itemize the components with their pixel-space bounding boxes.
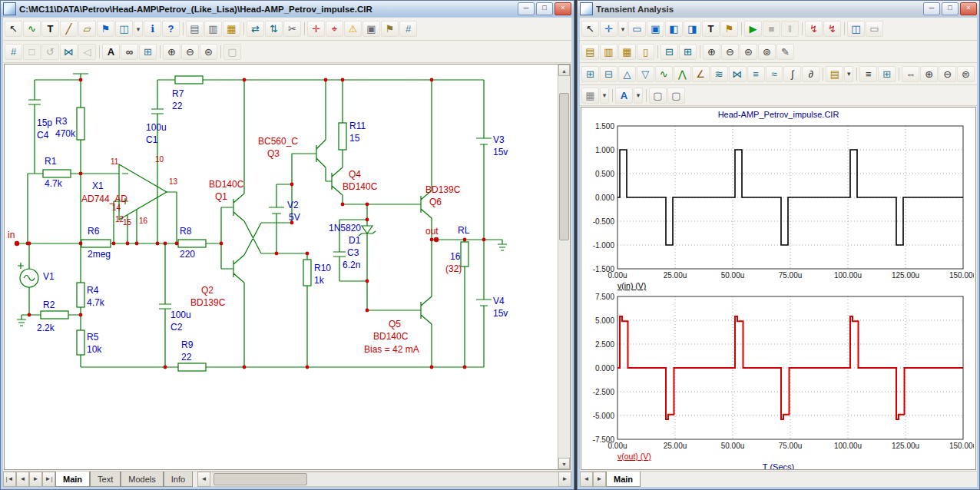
vertical-scroll-thumb[interactable] [559,93,569,240]
tab-arrow[interactable]: |◄ [3,472,16,487]
flip-vertical-icon[interactable]: ⇅ [265,21,283,37]
close-button[interactable]: × [960,2,977,15]
cursor-mode-icon[interactable]: ✛ [600,21,617,37]
zener-diode-symbol[interactable] [362,226,372,233]
panel-toggle-icon[interactable]: ◫ [847,21,865,37]
tab-arrow[interactable]: ► [29,472,42,487]
fft-tool-icon[interactable]: ≋ [710,66,728,82]
zoom-in-icon[interactable]: ⊕ [703,44,720,60]
text-mode-icon[interactable]: T [41,21,59,37]
copy-graph-icon[interactable]: ▢ [649,88,667,104]
peak-marker-icon[interactable]: △ [618,66,636,82]
cell-grid-icon[interactable]: ▦ [581,88,599,104]
zoom-out-icon[interactable]: ⊖ [721,44,739,60]
waveform-sine-icon[interactable]: ∿ [655,66,673,82]
mirror-tool-icon[interactable]: ⋈ [60,44,78,60]
edit-tool-icon[interactable]: ✎ [776,44,794,60]
plot-vout[interactable]: 7.5005.0002.5000.000-2.500-5.000-7.5000.… [586,292,974,462]
slope-tool-icon[interactable]: ∠ [692,66,710,82]
node-voltages-icon[interactable]: ▥ [204,21,222,37]
close-button[interactable]: × [555,2,571,15]
split-vertical-icon[interactable]: ⊞ [679,44,697,60]
new-page-icon[interactable]: ▣ [363,21,380,37]
grid-options-icon[interactable]: # [399,21,417,37]
analysis-titlebar[interactable]: Transient Analysis ─□× [578,1,979,17]
zoom-in-icon[interactable]: ⊕ [920,66,938,82]
auto-scale-icon[interactable]: ⊚ [758,44,776,60]
info-mode-icon[interactable]: ℹ [144,21,161,37]
format-list-icon[interactable]: ≡ [859,66,877,82]
add-grid-icon[interactable]: ⊞ [581,66,599,82]
horizontal-scroll-thumb[interactable] [214,473,307,485]
watch-panel-icon[interactable]: ▯ [637,44,654,60]
waveform-triangle-icon[interactable]: ⋀ [674,66,691,82]
probe-transient-icon[interactable]: ↯ [805,21,823,37]
run-button-icon[interactable]: ▶ [744,21,762,37]
font-tool-icon[interactable]: A [102,44,120,60]
zoom-scale-icon[interactable]: ⊜ [200,44,217,60]
differentiate-tool-icon[interactable]: ∂ [802,66,819,82]
tab-arrow[interactable]: ► [593,472,606,487]
target-probe-icon[interactable]: ⌖ [326,21,343,37]
tab-text[interactable]: Text [90,472,121,487]
schematic-drawing[interactable] [6,66,562,465]
point-probe-icon[interactable]: ✛ [307,21,325,37]
zoom-scale-icon[interactable]: ⊜ [740,44,757,60]
blank-panel-icon[interactable]: ▭ [866,21,883,37]
plot-area[interactable]: Head-AMP_Petrov_impulse.CIR 1.5001.0000.… [581,107,976,470]
integrate-tool-icon[interactable]: ∫ [783,66,801,82]
help-mode-icon[interactable]: ? [162,21,180,37]
tab-main[interactable]: Main [606,472,641,487]
sine-source-symbol[interactable] [18,263,38,287]
scroll-left-arrow[interactable]: ◄ [197,472,210,487]
checkpoint-flag-icon[interactable]: ⚑ [381,21,399,37]
split-horizontal-icon[interactable]: ⊟ [661,44,678,60]
pan-mode-icon[interactable]: ◧ [665,21,683,37]
probe-animate-icon[interactable]: ↯ [823,21,841,37]
current-display-icon[interactable]: ▦ [223,21,240,37]
node-numbers-icon[interactable]: ▤ [186,21,204,37]
find-tool-icon[interactable]: ∞ [121,44,138,60]
valley-marker-icon[interactable]: ▽ [637,66,654,82]
scroll-right-arrow[interactable]: ► [558,472,571,487]
tab-arrow[interactable]: ◄ [580,472,593,487]
restore-button[interactable]: □ [536,2,553,15]
zoom-out-icon[interactable]: ⊖ [939,66,956,82]
cell-grid-dropdown-icon[interactable]: ▾ [600,88,609,104]
opamp-symbol[interactable] [119,164,167,220]
zoom-out-icon[interactable]: ⊖ [181,44,199,60]
measure-mode-icon[interactable]: ◨ [684,21,701,37]
tab-arrow[interactable]: ◄ [16,472,29,487]
minimize-button[interactable]: ─ [923,2,940,15]
smooth-tool-icon[interactable]: ≈ [766,66,783,82]
tab-models[interactable]: Models [121,472,163,487]
wire-mode-icon[interactable]: ∿ [23,21,41,37]
vertical-scrollbar[interactable]: ▲ ▼ [558,65,570,469]
remove-grid-icon[interactable]: ⊟ [600,66,617,82]
correlate-tool-icon[interactable]: ⋈ [729,66,747,82]
zoom-in-icon[interactable]: ⊕ [163,44,180,60]
restore-button[interactable]: □ [942,2,958,15]
tag-mode-icon[interactable]: ⚑ [720,21,738,37]
tab-info[interactable]: Info [164,472,193,487]
flip-horizontal-icon[interactable]: ⇄ [247,21,264,37]
text-mode-icon[interactable]: T [702,21,720,37]
line-mode-icon[interactable]: ╱ [60,21,78,37]
select-arrow-icon[interactable]: ↖ [5,21,22,37]
select-arrow-icon[interactable]: ↖ [581,21,599,37]
text-panel-icon[interactable]: ▦ [618,44,636,60]
histogram-tool-icon[interactable]: ≡ [747,66,765,82]
zoom-scale-icon[interactable]: ⊜ [957,66,975,82]
scroll-down-arrow[interactable]: ▼ [558,458,570,469]
region-box-icon[interactable]: ▣ [647,21,664,37]
horizontal-scroll-track[interactable] [210,472,558,487]
vertical-scroll-track[interactable] [558,76,570,458]
plot-vin[interactable]: 1.5001.0000.5000.000-0.500-1.000-1.5000.… [586,121,974,292]
data-panel-icon[interactable]: ▤ [581,44,599,60]
tab-arrow[interactable]: ►| [42,472,55,487]
font-dropdown-icon[interactable]: ▾ [634,88,643,104]
copy-window-icon[interactable]: ▢ [667,88,685,104]
warning-overlay-icon[interactable]: ⚠ [344,21,362,37]
numeric-output-icon[interactable]: ⊞ [878,66,896,82]
grid-toggle-icon[interactable]: ⊞ [139,44,157,60]
